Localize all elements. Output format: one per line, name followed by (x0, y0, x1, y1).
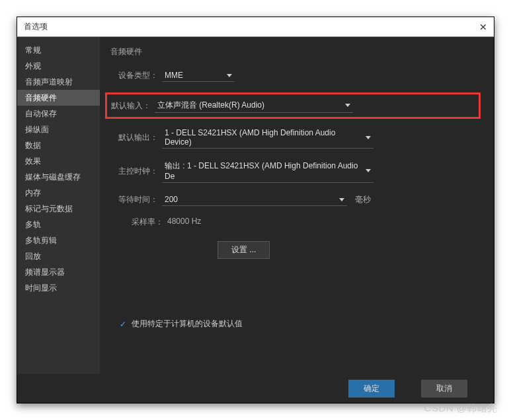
latency-unit: 毫秒 (355, 194, 371, 205)
content-panel: 音频硬件 设备类型： MME 默认输入： 立体声混音 (Realtek(R) A… (100, 37, 494, 374)
default-input-highlight: 默认输入： 立体声混音 (Realtek(R) Audio) (105, 92, 481, 119)
device-type-label: 设备类型： (118, 70, 158, 81)
close-icon[interactable]: ✕ (479, 22, 487, 32)
master-clock-row: 主控时钟： 输出 : 1 - DELL S2421HSX (AMD High D… (118, 159, 481, 183)
sidebar-item-effects[interactable]: 效果 (17, 153, 100, 169)
default-output-dropdown[interactable]: 1 - DELL S2421HSX (AMD High Definition A… (162, 127, 373, 149)
chevron-down-icon (345, 104, 350, 107)
section-title: 音频硬件 (110, 46, 481, 57)
sample-rate-value: 48000 Hz (167, 217, 201, 228)
default-output-row: 默认输出： 1 - DELL S2421HSX (AMD High Defini… (118, 127, 481, 149)
sidebar-item-data[interactable]: 数据 (17, 137, 100, 153)
watermark: CSDN @韩曙亮 (424, 402, 498, 415)
master-clock-value: 输出 : 1 - DELL S2421HSX (AMD High Definit… (165, 160, 360, 181)
default-input-value: 立体声混音 (Realtek(R) Audio) (157, 100, 264, 111)
latency-dropdown[interactable]: 200 (162, 193, 347, 206)
latency-row: 等待时间： 200 毫秒 (118, 193, 481, 206)
device-type-row: 设备类型： MME (118, 69, 481, 82)
cancel-button[interactable]: 取消 (421, 380, 467, 398)
sidebar-item-auto-save[interactable]: 自动保存 (17, 106, 100, 122)
device-type-dropdown[interactable]: MME (162, 69, 235, 82)
ok-button[interactable]: 确定 (348, 380, 395, 398)
default-output-value: 1 - DELL S2421HSX (AMD High Definition A… (165, 128, 360, 147)
sidebar-item-multitrack[interactable]: 多轨 (17, 217, 100, 232)
dialog-footer: 确定 取消 (17, 374, 494, 403)
chevron-down-icon (227, 74, 232, 77)
use-default-checkbox-label: 使用特定于计算机的设备默认值 (132, 318, 243, 330)
latency-value: 200 (165, 195, 178, 204)
default-input-row: 默认输入： 立体声混音 (Realtek(R) Audio) (111, 98, 475, 113)
titlebar: 首选项 ✕ (17, 17, 494, 37)
sidebar-item-time-display[interactable]: 时间显示 (17, 280, 100, 296)
default-input-label: 默认输入： (111, 100, 151, 112)
sidebar-item-markers-metadata[interactable]: 标记与元数据 (17, 201, 100, 217)
sample-rate-label: 采样率： (132, 217, 163, 228)
chevron-down-icon (366, 136, 371, 139)
master-clock-label: 主控时钟： (118, 166, 158, 177)
sidebar-item-audio-channel-mapping[interactable]: 音频声道映射 (17, 74, 100, 90)
sidebar-item-audio-hardware[interactable]: 音频硬件 (17, 90, 100, 106)
latency-label: 等待时间： (118, 194, 158, 205)
sidebar: 常规 外观 音频声道映射 音频硬件 自动保存 操纵面 数据 效果 媒体与磁盘缓存… (17, 37, 100, 374)
device-type-value: MME (165, 71, 183, 80)
sidebar-item-appearance[interactable]: 外观 (17, 58, 100, 74)
sidebar-item-control-surface[interactable]: 操纵面 (17, 122, 100, 137)
chevron-down-icon (339, 198, 344, 201)
sidebar-item-spectral-display[interactable]: 频谱显示器 (17, 264, 100, 280)
sidebar-item-media-disk-cache[interactable]: 媒体与磁盘缓存 (17, 169, 100, 185)
sidebar-item-general[interactable]: 常规 (17, 42, 100, 58)
dialog-title: 首选项 (24, 21, 48, 32)
sidebar-item-playback[interactable]: 回放 (17, 248, 100, 264)
settings-button[interactable]: 设置 ... (217, 241, 270, 259)
checkmark-icon: ✓ (118, 320, 128, 329)
master-clock-dropdown[interactable]: 输出 : 1 - DELL S2421HSX (AMD High Definit… (162, 159, 373, 183)
chevron-down-icon (366, 169, 371, 172)
use-default-checkbox-row[interactable]: ✓ 使用特定于计算机的设备默认值 (118, 318, 481, 330)
sidebar-item-multitrack-clips[interactable]: 多轨剪辑 (17, 232, 100, 248)
default-input-dropdown[interactable]: 立体声混音 (Realtek(R) Audio) (155, 98, 353, 113)
preferences-dialog: 首选项 ✕ 常规 外观 音频声道映射 音频硬件 自动保存 操纵面 数据 效果 媒… (17, 17, 494, 403)
default-output-label: 默认输出： (118, 132, 158, 143)
sample-rate-row: 采样率： 48000 Hz (132, 217, 481, 228)
sidebar-item-memory[interactable]: 内存 (17, 185, 100, 201)
dialog-body: 常规 外观 音频声道映射 音频硬件 自动保存 操纵面 数据 效果 媒体与磁盘缓存… (17, 37, 494, 374)
